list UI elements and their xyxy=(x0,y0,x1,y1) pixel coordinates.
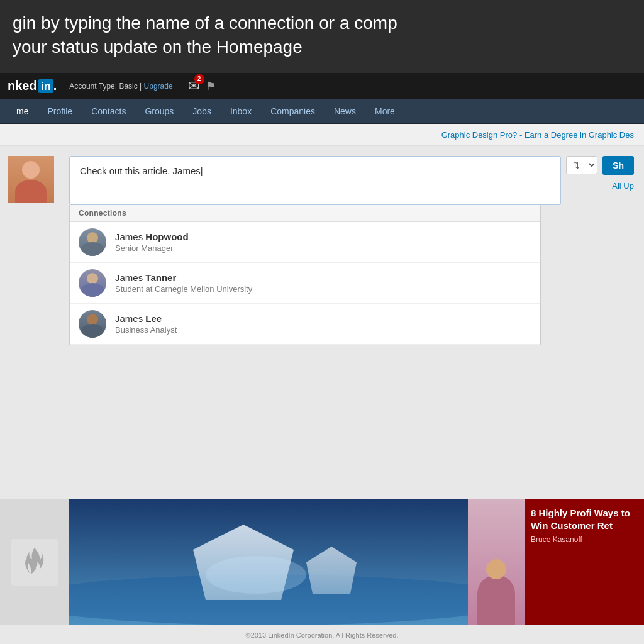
hopwood-info: James Hopwood Senior Manager xyxy=(115,231,189,253)
main-content: Connections James Hopwood Senior Manager xyxy=(0,146,644,345)
in-badge: in xyxy=(38,79,53,93)
bottom-section: 8 Highly Profi Ways to Win Customer Ret … xyxy=(0,499,644,625)
nav-item-companies[interactable]: Companies xyxy=(262,99,324,123)
nav-icons: ✉ 2 ⚑ xyxy=(188,78,216,94)
linkedin-logo: nkedin. xyxy=(8,79,57,93)
connections-header: Connections xyxy=(70,205,540,222)
connection-item-hopwood[interactable]: James Hopwood Senior Manager xyxy=(70,222,540,263)
top-banner: gin by typing the name of a connection o… xyxy=(0,0,644,73)
nav-item-groups[interactable]: Groups xyxy=(136,99,182,123)
lee-title: Business Analyst xyxy=(115,325,177,335)
lee-info: James Lee Business Analyst xyxy=(115,313,177,335)
linkedin-nav: nkedin. Account Type: Basic | Upgrade ✉ … xyxy=(0,73,644,99)
feed-image xyxy=(69,499,468,625)
nav-item-profile[interactable]: Profile xyxy=(38,99,81,123)
connection-item-tanner[interactable]: James Tanner Student at Carnegie Mellon … xyxy=(70,263,540,304)
article-text: 8 Highly Profi Ways to Win Customer Ret … xyxy=(525,499,644,625)
connections-dropdown: Connections James Hopwood Senior Manager xyxy=(69,205,541,345)
left-avatar-section xyxy=(0,156,69,345)
nav-item-jobs[interactable]: Jobs xyxy=(184,99,220,123)
user-avatar xyxy=(8,156,54,203)
brand-text: nked xyxy=(8,79,37,92)
mail-icon-wrap[interactable]: ✉ 2 xyxy=(188,78,199,94)
ad-link[interactable]: Graphic Design Pro? - Earn a Degree in G… xyxy=(441,130,634,140)
tanner-title: Student at Carnegie Mellon University xyxy=(115,284,252,294)
bottom-left-section xyxy=(0,499,69,625)
nav-item-me[interactable]: me xyxy=(8,99,37,123)
hopwood-avatar xyxy=(79,228,106,256)
banner-line1: gin by typing the name of a connection o… xyxy=(13,11,631,35)
nav-item-more[interactable]: More xyxy=(366,99,404,123)
account-type-label: Account Type: Basic | Upgrade xyxy=(69,82,172,91)
nav-menu: me Profile Contacts Groups Jobs Inbox Co… xyxy=(0,99,644,124)
hopwood-name: James Hopwood xyxy=(115,231,189,242)
nav-item-contacts[interactable]: Contacts xyxy=(82,99,135,123)
svg-point-4 xyxy=(206,556,306,594)
status-input[interactable] xyxy=(70,157,560,202)
article-author: Bruce Kasanoff xyxy=(531,535,638,544)
article-thumbnail xyxy=(468,499,525,625)
fire-icon xyxy=(22,547,47,578)
nav-item-inbox[interactable]: Inbox xyxy=(221,99,260,123)
share-button[interactable]: Sh xyxy=(602,156,634,175)
tanner-avatar xyxy=(79,269,106,297)
connection-item-lee[interactable]: James Lee Business Analyst xyxy=(70,304,540,345)
banner-line2: your status update on the Homepage xyxy=(13,35,631,59)
ad-banner: Graphic Design Pro? - Earn a Degree in G… xyxy=(0,124,644,146)
visibility-select[interactable]: ⇅ xyxy=(566,156,597,174)
lee-name: James Lee xyxy=(115,313,177,324)
notification-badge: 2 xyxy=(194,74,204,84)
copyright-text: ©2013 LinkedIn Corporation. All Rights R… xyxy=(246,631,399,639)
tanner-info: James Tanner Student at Carnegie Mellon … xyxy=(115,272,252,294)
footer: ©2013 LinkedIn Corporation. All Rights R… xyxy=(0,626,644,644)
hopwood-title: Senior Manager xyxy=(115,243,189,253)
all-updates-label: All Up xyxy=(612,181,634,191)
flag-icon[interactable]: ⚑ xyxy=(206,79,216,93)
article-card[interactable]: 8 Highly Profi Ways to Win Customer Ret … xyxy=(468,499,644,625)
page-wrapper: gin by typing the name of a connection o… xyxy=(0,0,644,644)
upgrade-link[interactable]: Upgrade xyxy=(144,82,173,91)
share-row: ⇅ Sh xyxy=(566,156,634,175)
nav-item-news[interactable]: News xyxy=(325,99,365,123)
feed-image-svg xyxy=(69,499,468,625)
article-headline: 8 Highly Profi Ways to Win Customer Ret xyxy=(531,507,638,531)
lee-avatar xyxy=(79,310,106,338)
company-avatar xyxy=(11,539,58,586)
center-content: Connections James Hopwood Senior Manager xyxy=(69,156,561,345)
status-update-box xyxy=(69,156,561,205)
tanner-name: James Tanner xyxy=(115,272,252,283)
